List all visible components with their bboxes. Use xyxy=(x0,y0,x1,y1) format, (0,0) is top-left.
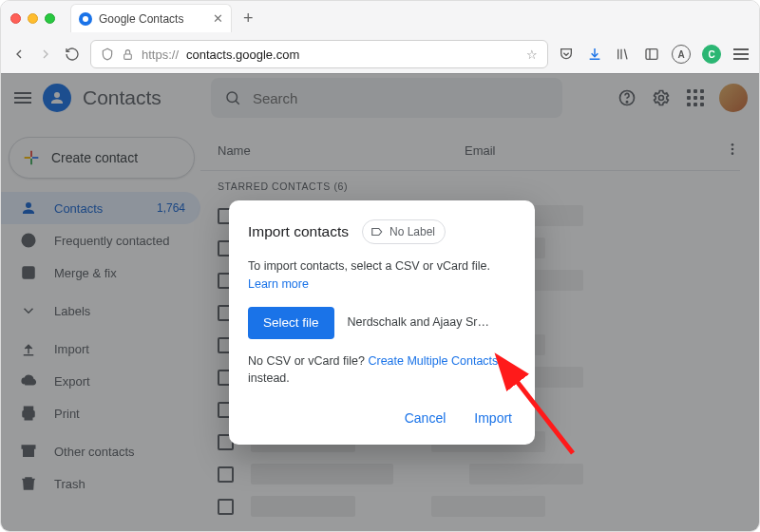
close-tab-icon[interactable]: ✕ xyxy=(213,11,223,26)
tab-favicon-icon xyxy=(79,12,92,26)
label-chip[interactable]: No Label xyxy=(362,219,446,244)
label-chip-text: No Label xyxy=(390,225,435,238)
tab-title: Google Contacts xyxy=(99,12,183,26)
tab-bar: Google Contacts ✕ + xyxy=(1,1,759,35)
svg-rect-1 xyxy=(646,49,657,60)
select-file-button[interactable]: Select file xyxy=(248,307,334,339)
modal-title: Import contacts xyxy=(248,223,349,240)
modal-help-text: To import contacts, select a CSV or vCar… xyxy=(248,259,490,273)
browser-tab[interactable]: Google Contacts ✕ xyxy=(70,4,232,32)
forward-button[interactable] xyxy=(37,46,54,63)
reload-button[interactable] xyxy=(64,46,81,63)
bookmark-star-icon[interactable]: ☆ xyxy=(526,48,538,62)
svg-rect-0 xyxy=(124,53,132,58)
new-tab-button[interactable]: + xyxy=(243,9,254,28)
browser-chrome: Google Contacts ✕ + https://contacts.goo… xyxy=(1,1,759,74)
extension-c-icon[interactable]: C xyxy=(702,45,721,64)
download-icon[interactable] xyxy=(586,46,603,63)
url-host: contacts.google.com xyxy=(186,48,299,62)
import-button[interactable]: Import xyxy=(470,405,516,431)
extension-a-icon[interactable]: A xyxy=(672,45,691,64)
maximize-window-button[interactable] xyxy=(45,13,55,24)
address-bar: https://contacts.google.com ☆ A C xyxy=(1,35,759,73)
library-icon[interactable] xyxy=(615,46,632,63)
learn-more-link[interactable]: Learn more xyxy=(248,277,309,291)
import-contacts-modal: Import contacts No Label To import conta… xyxy=(229,200,535,445)
label-icon xyxy=(370,225,384,238)
back-button[interactable] xyxy=(10,46,28,63)
close-window-button[interactable] xyxy=(10,13,21,24)
minimize-window-button[interactable] xyxy=(28,13,38,24)
selected-filename: Nerdschalk and Ajaay Srini… xyxy=(348,314,490,332)
create-multiple-link[interactable]: Create Multiple Contacts xyxy=(368,354,498,368)
browser-menu-button[interactable] xyxy=(732,46,750,63)
browser-tools: A C xyxy=(558,45,750,64)
no-csv-text: No CSV or vCard file? xyxy=(248,354,368,368)
instead-text: instead. xyxy=(248,371,290,385)
url-box[interactable]: https://contacts.google.com ☆ xyxy=(90,40,548,68)
sidebar-toggle-icon[interactable] xyxy=(643,46,660,63)
shield-icon xyxy=(101,48,114,61)
lock-icon xyxy=(122,48,134,61)
url-scheme: https:// xyxy=(142,48,179,62)
window-controls xyxy=(10,13,55,24)
pocket-icon[interactable] xyxy=(558,46,575,63)
cancel-button[interactable]: Cancel xyxy=(401,405,450,431)
